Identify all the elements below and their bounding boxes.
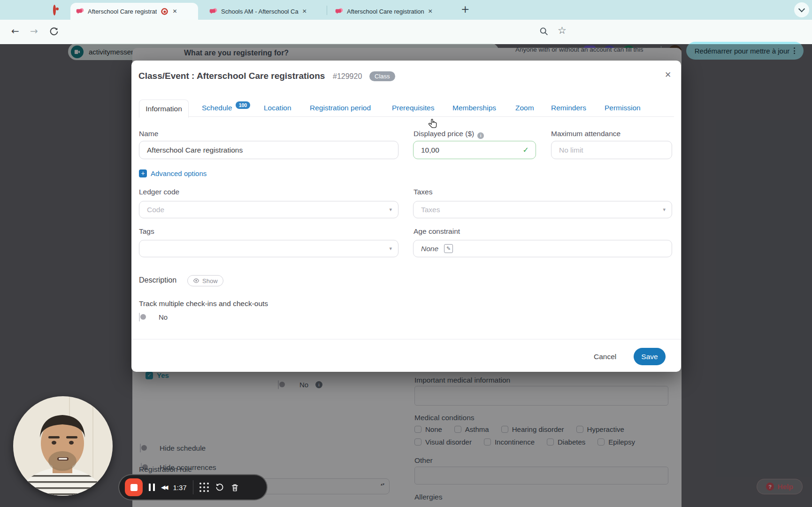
tab-close-icon[interactable]: ✕ bbox=[302, 8, 307, 15]
advanced-options-label: Advanced options bbox=[151, 169, 207, 177]
browser-tab-strip: Afterschool Care registrat ✕ Schools AM … bbox=[0, 0, 812, 20]
tab-title: Schools AM - Afterschool Ca bbox=[221, 8, 299, 15]
browser-tab-3[interactable]: Afterschool Care registration ✕ bbox=[329, 3, 451, 20]
recorder-divider bbox=[193, 480, 193, 494]
presenter-video bbox=[13, 396, 113, 496]
price-label: Displayed price ($)i bbox=[414, 130, 484, 139]
tab-permission[interactable]: Permission bbox=[605, 104, 641, 112]
show-button-label: Show bbox=[202, 277, 218, 284]
tab-information[interactable]: Information bbox=[139, 100, 189, 118]
track-checkins-label: Track multiple check-ins and check-outs bbox=[139, 300, 268, 308]
screen: Afterschool Care registrat ✕ Schools AM … bbox=[0, 0, 812, 507]
price-info-icon[interactable]: i bbox=[477, 132, 484, 139]
recording-toolbar: ◀◀ 1:37 bbox=[118, 474, 268, 500]
stop-icon bbox=[130, 484, 138, 491]
back-button[interactable]: ← bbox=[11, 25, 19, 37]
chevron-down-icon bbox=[798, 6, 805, 12]
taxes-select[interactable]: Taxes▾ bbox=[413, 201, 672, 218]
tags-label: Tags bbox=[139, 227, 154, 236]
tab-recording-icon bbox=[161, 8, 168, 15]
show-description-button[interactable]: Show bbox=[187, 275, 223, 286]
name-input[interactable]: Afterschool Care registrations bbox=[139, 141, 398, 159]
valid-check-icon: ✓ bbox=[523, 146, 529, 154]
activity-messenger-favicon bbox=[76, 8, 84, 15]
tab-memberships[interactable]: Memberships bbox=[452, 104, 496, 112]
modal-close-icon[interactable]: ✕ bbox=[665, 70, 671, 79]
ledger-label: Ledger code bbox=[139, 188, 179, 196]
eye-icon bbox=[193, 277, 199, 284]
forward-button[interactable]: → bbox=[30, 25, 38, 37]
cancel-button[interactable]: Cancel bbox=[594, 353, 616, 361]
activity-messenger-favicon bbox=[209, 8, 217, 15]
tab-title: Afterschool Care registrat bbox=[88, 8, 157, 15]
recording-indicator-icon bbox=[53, 5, 56, 15]
name-label: Name bbox=[139, 130, 158, 138]
record-id: #129920 bbox=[333, 72, 362, 81]
advanced-options-link[interactable]: + Advanced options bbox=[139, 169, 207, 177]
tab-underline bbox=[139, 116, 674, 117]
mouse-cursor-hand bbox=[427, 118, 438, 129]
tags-select[interactable]: ▾ bbox=[139, 240, 398, 257]
dropdown-caret-icon: ▾ bbox=[389, 246, 392, 252]
tab-close-icon[interactable]: ✕ bbox=[172, 8, 177, 15]
tab-location[interactable]: Location bbox=[264, 104, 291, 112]
age-constraint-label: Age constraint bbox=[414, 227, 460, 236]
track-checkins-toggle[interactable] bbox=[139, 313, 140, 322]
age-constraint-field[interactable]: None ✎ bbox=[413, 240, 672, 257]
tab-close-icon[interactable]: ✕ bbox=[428, 8, 433, 15]
tab-divider bbox=[327, 6, 327, 15]
delete-recording-icon[interactable] bbox=[230, 483, 239, 492]
plus-icon: + bbox=[139, 169, 147, 177]
class-event-modal: Class/Event : Afterschool Care registrat… bbox=[131, 61, 681, 372]
type-badge: Class bbox=[369, 71, 395, 81]
tab-zoom[interactable]: Zoom bbox=[515, 104, 534, 112]
footer-divider bbox=[131, 339, 681, 339]
rewind-icon[interactable]: ◀◀ bbox=[161, 484, 167, 491]
tab-prerequisites[interactable]: Prerequisites bbox=[392, 104, 434, 112]
attendance-input[interactable]: No limit bbox=[551, 141, 672, 159]
schedule-count-badge: 100 bbox=[236, 101, 251, 109]
restart-recording-icon[interactable] bbox=[215, 483, 224, 492]
stop-recording-button[interactable] bbox=[125, 478, 143, 496]
webcam-overlay[interactable] bbox=[13, 396, 113, 496]
save-button[interactable]: Save bbox=[634, 348, 666, 365]
taxes-label: Taxes bbox=[414, 188, 433, 196]
reload-button[interactable] bbox=[49, 26, 59, 37]
price-input[interactable]: 10,00 ✓ bbox=[413, 141, 536, 159]
ledger-select[interactable]: Code▾ bbox=[139, 201, 398, 218]
tab-reminders[interactable]: Reminders bbox=[551, 104, 586, 112]
dropdown-caret-icon: ▾ bbox=[389, 207, 392, 213]
tab-registration-period[interactable]: Registration period bbox=[310, 104, 371, 112]
tab-search-chevron-button[interactable] bbox=[794, 2, 809, 17]
new-tab-button[interactable]: + bbox=[461, 3, 469, 15]
modal-title: Class/Event : Afterschool Care registrat… bbox=[138, 71, 325, 81]
track-toggle-value: No bbox=[159, 313, 168, 321]
bookmark-star-icon[interactable]: ☆ bbox=[558, 25, 567, 36]
browser-tab-2[interactable]: Schools AM - Afterschool Ca ✕ bbox=[204, 3, 323, 20]
recording-time: 1:37 bbox=[173, 484, 186, 492]
browser-tab-1[interactable]: Afterschool Care registrat ✕ bbox=[70, 3, 198, 20]
activity-messenger-favicon bbox=[335, 8, 343, 15]
browser-toolbar: ← → activitymessenger.com/organization/1… bbox=[0, 20, 812, 44]
zoom-page-icon[interactable] bbox=[539, 26, 549, 37]
tab-title: Afterschool Care registration bbox=[347, 8, 424, 15]
description-label: Description bbox=[139, 276, 176, 284]
tab-schedule[interactable]: Schedule100 bbox=[202, 104, 250, 112]
pause-button[interactable] bbox=[149, 484, 155, 491]
blur-grid-icon[interactable] bbox=[199, 483, 209, 492]
attendance-label: Maximum attendance bbox=[551, 130, 620, 138]
edit-pencil-icon[interactable]: ✎ bbox=[444, 244, 453, 253]
dropdown-caret-icon: ▾ bbox=[663, 207, 666, 213]
